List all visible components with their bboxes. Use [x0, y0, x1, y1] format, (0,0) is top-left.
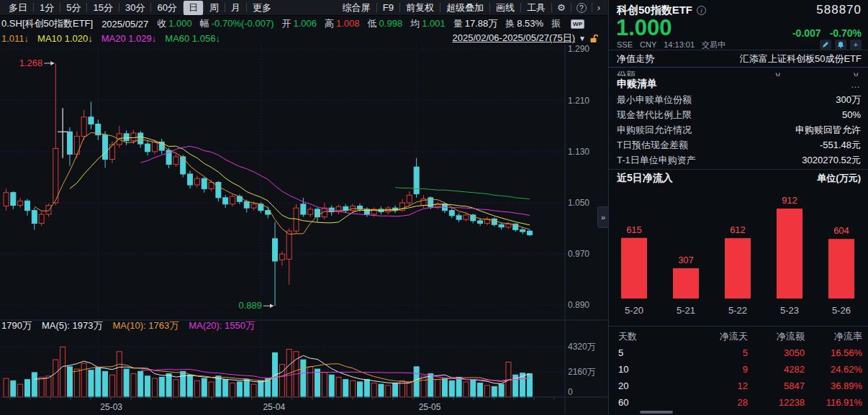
period-tab-月[interactable]: 月: [225, 1, 246, 15]
tool-画线[interactable]: 画线: [490, 1, 520, 15]
field-量: 量17.88万: [453, 17, 498, 30]
bar-date: 2025/05/27: [101, 19, 148, 29]
svg-text:25-03: 25-03: [100, 402, 122, 412]
period-tab-30分[interactable]: 30分: [119, 1, 150, 15]
field-收: 收1.000: [157, 17, 192, 30]
redemption-section-header: 申赎清单 …: [609, 76, 868, 92]
quote-header: 科创50指数ETF i 588870 1.000 -0.007 -0.70% S…: [609, 0, 868, 50]
svg-text:0.890: 0.890: [568, 300, 589, 310]
volume-legend: 1790万MA(5): 1973万MA(10): 1763万MA(20): 15…: [1, 319, 255, 332]
table-row[interactable]: 109428224.62%: [609, 361, 868, 378]
svg-text:5-20: 5-20: [625, 305, 643, 316]
svg-text:0.889: 0.889: [238, 300, 262, 311]
chevron-down-icon[interactable]: ∨: [852, 68, 859, 76]
tab-nav-trend[interactable]: 净值走势: [617, 53, 654, 65]
kv-row: 现金替代比例上限50%: [609, 107, 868, 122]
period-tab-更多[interactable]: 更多: [247, 1, 277, 15]
svg-text:5-23: 5-23: [780, 305, 799, 316]
ohlc-fields: 收1.000幅-0.70%(-0.007)开1.006高1.008低0.998均…: [157, 17, 571, 30]
top-toolbar: 多日1分5分15分30分60分日周月更多 综合屏F9前复权超级叠加画线工具⚙?›: [0, 0, 608, 16]
fund-name[interactable]: 汇添富上证科创板50成份ETF: [740, 53, 862, 65]
tool-F9[interactable]: F9: [377, 1, 399, 14]
svg-text:1.130: 1.130: [568, 147, 589, 157]
field-均: 均1.001: [410, 17, 446, 30]
svg-text:0.970: 0.970: [568, 249, 589, 259]
kv-row: T日预估现金差额-551.48元: [609, 137, 868, 152]
alert-bell-icon[interactable]: [835, 40, 846, 50]
quote-time: 14:13:01: [664, 40, 695, 49]
chevron-down-icon[interactable]: ▼: [579, 35, 586, 42]
field-低: 低0.998: [368, 17, 403, 30]
info-icon[interactable]: i: [697, 6, 706, 15]
trading-status: 交易中: [702, 40, 725, 50]
period-tab-60分[interactable]: 60分: [151, 1, 182, 15]
ma-legend-item: MA60 1.056↓: [165, 33, 220, 44]
svg-text:4320万: 4320万: [568, 342, 596, 352]
net-inflow-bar-chart: 6155-203075-216125-229125-236045-26: [609, 184, 868, 325]
svg-text:5-21: 5-21: [677, 305, 695, 316]
gear-icon[interactable]: ⚙: [552, 2, 571, 13]
tool-buttons: 综合屏F9前复权超级叠加画线工具⚙?›: [337, 0, 605, 16]
svg-text:612: 612: [730, 224, 746, 235]
kline-svg[interactable]: 1.2901.2101.1301.0500.9700.8904320万2160万…: [0, 45, 608, 415]
field-换: 换8.53%: [505, 17, 543, 30]
ma-legend-item: MA10 1.020↓: [37, 33, 93, 44]
kv-row: 申购赎回允许情况申购赎回皆允许: [609, 122, 868, 137]
last-price: 1.000: [616, 17, 672, 39]
table-header-row: 天数净流天净流额净流率: [609, 328, 868, 345]
table-row[interactable]: 602812238116.91%: [609, 394, 868, 411]
scrollbar-thumb[interactable]: [640, 411, 673, 414]
add-watch-icon[interactable]: +: [850, 40, 862, 50]
edit-icon[interactable]: [820, 40, 831, 50]
volume-legend-item: MA(10): 1763万: [112, 319, 178, 332]
chevron-down-icon[interactable]: ∨: [774, 68, 782, 76]
panel-expand-handle[interactable]: »: [597, 206, 608, 228]
tool-综合屏[interactable]: 综合屏: [337, 1, 376, 15]
table-row[interactable]: 2012584736.89%: [609, 378, 868, 394]
period-tab-日[interactable]: 日: [184, 1, 203, 15]
symbol-label: 0.SH[科创50指数ETF]: [1, 17, 93, 30]
volume-legend-item: MA(5): 1973万: [42, 319, 103, 332]
period-tab-周[interactable]: 周: [204, 1, 225, 15]
kv-row: 最小申赎单位份额300万: [609, 92, 868, 107]
svg-text:615: 615: [626, 224, 642, 235]
clipped-row-text: 份额: [617, 70, 636, 76]
svg-text:1.050: 1.050: [568, 198, 589, 208]
svg-text:2160万: 2160万: [568, 367, 596, 377]
help-icon[interactable]: ?: [577, 3, 587, 13]
volume-legend-item: MA(20): 1550万: [189, 319, 255, 332]
flow-chart-header: 近5日净流入 单位(万元): [609, 172, 868, 184]
section-title: 申赎清单: [617, 78, 657, 91]
volume-legend-item: 1790万: [1, 319, 32, 332]
expand-right-icon[interactable]: ›: [592, 2, 605, 13]
field-高: 高1.008: [325, 17, 360, 30]
lock-open-icon[interactable]: [589, 34, 598, 43]
currency-label: CNY: [640, 40, 656, 49]
period-tab-15分[interactable]: 15分: [87, 1, 118, 15]
period-tabs: 多日1分5分15分30分60分日周月更多: [3, 0, 277, 16]
price-change: -0.007: [792, 27, 821, 39]
tool-超级叠加[interactable]: 超级叠加: [440, 1, 489, 15]
exchange-label: SSE: [617, 40, 633, 49]
quote-panel: 科创50指数ETF i 588870 1.000 -0.007 -0.70% S…: [608, 0, 868, 415]
kline-chart[interactable]: 1.2901.2101.1301.0500.9700.8904320万2160万…: [0, 45, 608, 415]
nav-tab-row[interactable]: 净值走势 汇添富上证科创板50成份ETF: [609, 51, 868, 68]
redemption-fields: 最小申赎单位份额300万现金替代比例上限50%申购赎回允许情况申购赎回皆允许T日…: [609, 92, 868, 168]
quote-info-row: 0.SH[科创50指数ETF] 2025/05/27 收1.000幅-0.70%…: [0, 16, 608, 32]
ma-legend-item: 1.011↓: [1, 33, 29, 44]
flow-chart-title: 近5日净流入: [617, 172, 673, 185]
field-振: 振: [551, 17, 563, 30]
wp-badge-icon[interactable]: WP: [571, 19, 584, 29]
period-tab-1分[interactable]: 1分: [34, 1, 60, 15]
flow-chart-unit: 单位(万元): [817, 172, 861, 185]
table-row[interactable]: 55305016.56%: [609, 345, 868, 361]
date-range-link[interactable]: 2025/02/06-2025/05/27(75日): [453, 32, 576, 45]
tool-前复权[interactable]: 前复权: [400, 1, 440, 15]
field-开: 开1.006: [281, 17, 317, 30]
flow-stats-table: 天数净流天净流额净流率55305016.56%109428224.62%2012…: [609, 328, 868, 411]
tool-工具[interactable]: 工具: [521, 1, 551, 15]
more-options-icon[interactable]: …: [851, 79, 861, 90]
period-tab-多日[interactable]: 多日: [3, 1, 33, 15]
period-tab-5分[interactable]: 5分: [60, 1, 86, 15]
svg-text:307: 307: [678, 255, 694, 265]
